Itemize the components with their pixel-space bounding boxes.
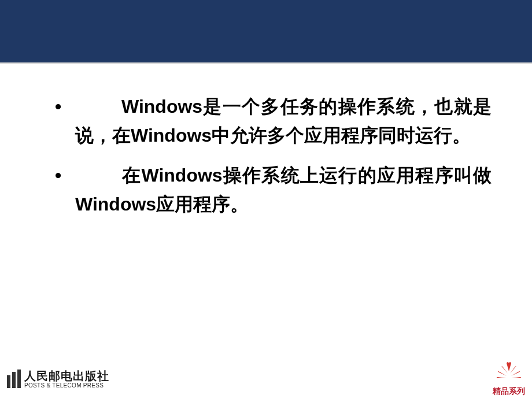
publisher-name-en: POSTS & TELECOM PRESS	[24, 382, 109, 389]
flower-icon	[496, 361, 522, 385]
list-item: Windows是一个多任务的操作系统，也就是说，在Windows中允许多个应用程…	[52, 93, 492, 150]
title-bar	[0, 0, 532, 64]
series-label: 精品系列	[493, 386, 525, 397]
bullet-text: 在Windows操作系统上运行的应用程序叫做Windows应用程序。	[75, 165, 492, 215]
publisher-bars-icon	[7, 370, 21, 388]
series-logo: 精品系列	[493, 361, 525, 397]
slide-footer: 人民邮电出版社 POSTS & TELECOM PRESS 精品系列	[0, 361, 532, 396]
slide-content: Windows是一个多任务的操作系统，也就是说，在Windows中允许多个应用程…	[0, 64, 532, 219]
bullet-text: Windows是一个多任务的操作系统，也就是说，在Windows中允许多个应用程…	[75, 96, 492, 146]
publisher-name-cn: 人民邮电出版社	[24, 370, 109, 382]
publisher-logo: 人民邮电出版社 POSTS & TELECOM PRESS	[7, 370, 109, 389]
list-item: 在Windows操作系统上运行的应用程序叫做Windows应用程序。	[52, 161, 492, 219]
bullet-list: Windows是一个多任务的操作系统，也就是说，在Windows中允许多个应用程…	[52, 93, 492, 219]
